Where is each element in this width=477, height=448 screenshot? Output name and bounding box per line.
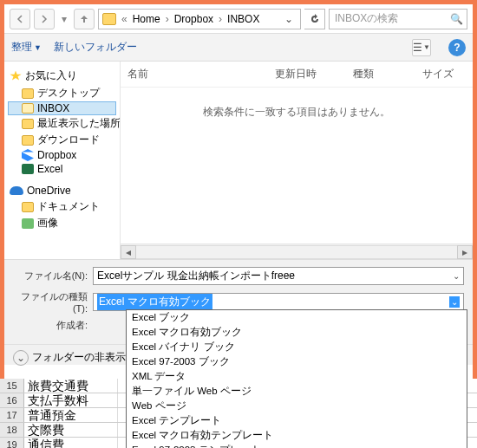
refresh-button[interactable] [304, 9, 325, 29]
onedrive-header[interactable]: OneDrive [8, 183, 116, 198]
search-placeholder: INBOXの検索 [335, 11, 398, 26]
cell: 普通預金 [24, 408, 118, 422]
filetype-label: ファイルの種類(T): [13, 290, 88, 314]
scroll-track[interactable] [136, 245, 457, 259]
onedrive-icon [10, 186, 23, 195]
author-label: 作成者: [13, 319, 88, 332]
breadcrumb-bar[interactable]: « Home › Dropbox › INBOX ⌄ [98, 9, 301, 29]
scroll-left-button[interactable]: ◂ [121, 245, 136, 259]
cell: 支払手数料 [24, 393, 118, 407]
excel-icon [22, 164, 34, 174]
file-list-area: 名前 更新日時 種類 サイズ 検索条件に一致する項目はありません。 ◂ ▸ [121, 62, 473, 259]
recent-locations-dropdown[interactable]: ▾ [58, 9, 70, 29]
navigation-bar: ▾ « Home › Dropbox › INBOX ⌄ INBOXの検索 🔍 [4, 4, 473, 34]
chevron-right-icon: › [166, 13, 169, 25]
search-icon: 🔍 [450, 13, 463, 25]
filetype-dropdown-list[interactable]: Excel ブックExcel マクロ有効ブックExcel バイナリ ブックExc… [126, 309, 467, 448]
folder-icon [22, 88, 34, 99]
filetype-option[interactable]: Excel マクロ有効テンプレート [127, 428, 467, 443]
breadcrumb-seg[interactable]: Dropbox [174, 13, 213, 25]
row-header: 18 [0, 423, 24, 437]
filetype-option[interactable]: Excel テンプレート [127, 413, 467, 428]
search-input[interactable]: INBOXの検索 🔍 [329, 9, 467, 29]
tree-item-excel[interactable]: Excel [8, 162, 116, 176]
filetype-option[interactable]: Web ページ [127, 399, 467, 413]
help-button[interactable]: ? [448, 39, 466, 56]
cell: 通信費 [24, 438, 118, 448]
back-button[interactable] [10, 9, 30, 29]
star-icon [10, 71, 22, 81]
cell: 交際費 [24, 423, 118, 437]
filetype-option[interactable]: Excel バイナリ ブック [127, 340, 467, 354]
breadcrumb-dropdown[interactable]: ⌄ [281, 13, 297, 25]
command-bar: 整理 ▼ 新しいフォルダー ☰▼ ? [4, 34, 473, 62]
view-options-button[interactable]: ☰▼ [412, 39, 431, 56]
up-button[interactable] [74, 9, 95, 29]
folder-icon [22, 202, 34, 212]
hide-folders-label[interactable]: フォルダーの非表示 [32, 350, 126, 365]
filename-label: ファイル名(N): [13, 269, 88, 282]
dropdown-icon[interactable]: ⌄ [453, 271, 460, 281]
folder-icon [102, 13, 116, 25]
scroll-right-button[interactable]: ▸ [457, 245, 473, 259]
col-name[interactable]: 名前 [127, 67, 275, 81]
folder-icon [22, 135, 34, 146]
chevron-right-icon: › [219, 13, 222, 25]
tree-item-desktop[interactable]: デスクトップ [8, 85, 116, 101]
column-headers[interactable]: 名前 更新日時 種類 サイズ [121, 62, 473, 88]
tree-item-pictures[interactable]: 画像 [8, 215, 116, 231]
breadcrumb-seg[interactable]: INBOX [227, 13, 259, 25]
col-size[interactable]: サイズ [422, 67, 466, 81]
breadcrumb-ellipsis: « [121, 13, 127, 25]
filetype-option[interactable]: Excel マクロ有効ブック [127, 325, 467, 340]
forward-button[interactable] [34, 9, 55, 29]
favorites-header[interactable]: お気に入り [8, 67, 116, 85]
row-header: 17 [0, 408, 24, 422]
breadcrumb-seg[interactable]: Home [133, 13, 160, 25]
folder-icon [22, 103, 34, 114]
filetype-select[interactable]: Excel マクロ有効ブック⌄ [93, 293, 464, 311]
main-panel: お気に入り デスクトップ INBOX 最近表示した場所 ダウンロード Dropb… [4, 62, 473, 259]
filetype-option[interactable]: Excel 97-2003 ブック [127, 354, 467, 369]
tree-item-documents[interactable]: ドキュメント [8, 198, 116, 215]
dropbox-icon [22, 149, 34, 161]
tree-item-dropbox[interactable]: Dropbox [8, 148, 116, 162]
col-date[interactable]: 更新日時 [275, 67, 353, 81]
filetype-option[interactable]: Excel 97-2003 テンプレート [127, 443, 467, 448]
new-folder-button[interactable]: 新しいフォルダー [54, 40, 137, 55]
filetype-option[interactable]: XML データ [127, 369, 467, 384]
organize-button[interactable]: 整理 ▼ [11, 40, 42, 55]
row-header: 15 [0, 379, 24, 393]
filetype-option[interactable]: Excel ブック [127, 310, 467, 325]
cell: 旅費交通費 [24, 379, 118, 393]
tree-item-downloads[interactable]: ダウンロード [8, 132, 116, 148]
horizontal-scrollbar[interactable]: ◂ ▸ [121, 243, 473, 259]
col-type[interactable]: 種類 [353, 67, 422, 81]
navigation-tree[interactable]: お気に入り デスクトップ INBOX 最近表示した場所 ダウンロード Dropb… [4, 62, 121, 259]
filename-input[interactable]: Excelサンプル 現金出納帳インポートfreee⌄ [93, 267, 464, 285]
dropdown-icon[interactable]: ⌄ [449, 296, 460, 308]
empty-message: 検索条件に一致する項目はありません。 [121, 105, 473, 120]
tree-item-inbox[interactable]: INBOX [8, 101, 116, 115]
folder-icon [22, 119, 34, 129]
expand-folders-button[interactable]: ⌄ [13, 350, 29, 366]
row-header: 19 [0, 438, 24, 448]
pictures-icon [22, 218, 34, 229]
tree-item-recent[interactable]: 最近表示した場所 [8, 115, 116, 132]
row-header: 16 [0, 393, 24, 407]
filetype-option[interactable]: 単一ファイル Web ページ [127, 384, 467, 399]
